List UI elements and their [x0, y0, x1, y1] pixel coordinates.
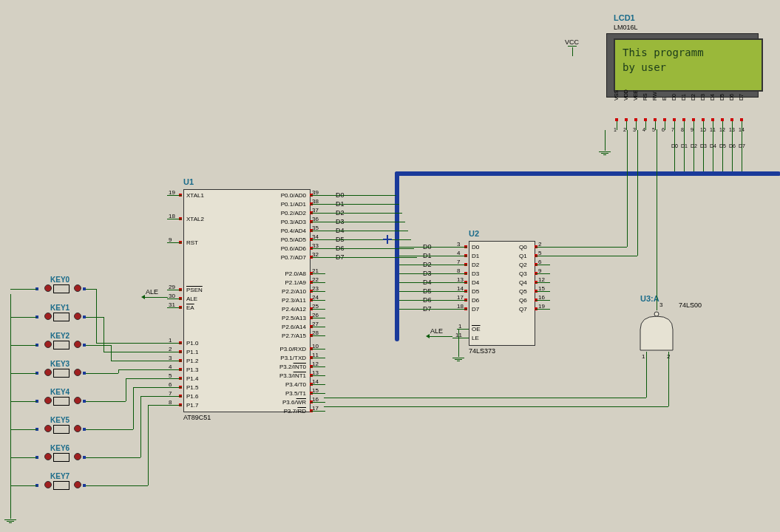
u3-body[interactable] — [636, 310, 677, 356]
u1bus-h-5 — [324, 239, 411, 240]
u1-rb-1: P3.1/TXD — [272, 355, 306, 361]
u2-rp-3: Q3 — [519, 270, 527, 277]
key-btn-4[interactable] — [53, 397, 69, 406]
kw-h2-0 — [96, 343, 167, 344]
vcc-label: VCC — [565, 38, 579, 46]
u2-rp-1: Q1 — [519, 253, 527, 259]
ale-stub-u2 — [429, 336, 452, 337]
u1-lpw-12 — [167, 396, 182, 397]
lcd-pin-D5: D5 — [719, 94, 725, 100]
u2-gnd — [452, 357, 464, 362]
lcdbus-v-7 — [742, 130, 742, 171]
u1-rtw-0 — [311, 195, 325, 196]
lcd-pinwire-2 — [636, 121, 637, 130]
u1-lpw-0 — [167, 195, 182, 196]
u2bus-h-1 — [399, 256, 452, 256]
lcd-pin-E: E — [662, 97, 667, 100]
kw-h2-2 — [111, 361, 167, 361]
lcd-pinwire-5 — [665, 121, 665, 130]
lcd-pinwire-12 — [732, 121, 733, 130]
u2-rpw-6 — [535, 300, 550, 301]
key-led2-7 — [44, 481, 52, 488]
u1-rmw-5 — [311, 318, 325, 318]
u1-rm-1: P2.1/A9 — [272, 279, 306, 286]
kw-h1-0 — [86, 289, 96, 290]
key-btn-6[interactable] — [53, 453, 69, 462]
key-led2-3 — [44, 369, 52, 376]
lcd-pin-RS: RS — [642, 93, 648, 100]
u2-rp-2: Q2 — [519, 262, 527, 268]
lcd-pin-D1: D1 — [681, 94, 686, 100]
u2-rpw-4 — [535, 282, 550, 283]
u1-lpw-11 — [167, 387, 182, 388]
u1-rm-6: P2.6/A14 — [272, 324, 306, 330]
lcd-screen: This programm by user — [614, 38, 763, 92]
lcdbus-v-3 — [703, 130, 704, 171]
key-label-2: KEY2 — [50, 332, 69, 340]
key-wl-7 — [10, 485, 37, 486]
kw-h1-2 — [86, 345, 111, 346]
key-btn-2[interactable] — [53, 341, 69, 349]
u2bus-h-6 — [399, 300, 452, 301]
q0-v — [627, 130, 628, 247]
key-led2-5 — [44, 425, 52, 432]
lcdbus-v-5 — [722, 130, 723, 171]
lcd-pinwire-8 — [693, 121, 694, 130]
u1-rt-3: P0.3/AD3 — [272, 219, 306, 225]
key-label-1: KEY1 — [50, 304, 69, 312]
u1-ref: U1 — [183, 177, 194, 186]
key-gnd-wire — [10, 294, 11, 519]
u1-rtw-2 — [311, 213, 325, 214]
u1-rb-2: P3.2/INT0 — [272, 364, 306, 370]
lcdbus-lbl-4: D4 — [710, 143, 716, 149]
u1bus-h-3 — [324, 222, 405, 222]
key-led2-1 — [44, 313, 52, 320]
u1-lpw-13 — [167, 405, 182, 406]
ale-arrow-u1 — [141, 295, 145, 299]
key-btn-3[interactable] — [53, 369, 69, 378]
u2-lpw-7 — [452, 309, 467, 310]
u1-lpw-2 — [167, 242, 182, 243]
key-btn-1[interactable] — [53, 313, 69, 321]
u1-rt-0: P0.0/AD0 — [272, 192, 306, 199]
u1-rbw-4 — [311, 384, 325, 385]
u2-oe: OE — [472, 326, 481, 332]
u1-lp-13: P1.7 — [186, 402, 198, 409]
u1-rtw-1 — [311, 204, 325, 205]
key-btn-0[interactable] — [53, 284, 69, 293]
u2-rpw-3 — [535, 273, 550, 274]
u1-rtw-7 — [311, 257, 325, 258]
kw-h1-6 — [86, 457, 140, 458]
q0-h — [549, 247, 627, 248]
q1-v — [637, 130, 638, 256]
lcdbus-v-4 — [713, 130, 713, 171]
cursor-cross-icon — [383, 235, 392, 244]
key-led2-6 — [44, 453, 52, 460]
u1-lp-10: P1.4 — [186, 375, 198, 382]
u2-lp-7: D7 — [472, 306, 479, 313]
key-label-5: KEY5 — [50, 416, 69, 424]
u1-rm-7: P2.7/A15 — [272, 332, 306, 339]
u1-rmw-4 — [311, 309, 325, 310]
lcd-ref: LCD1 — [614, 13, 635, 22]
key-btn-5[interactable] — [53, 425, 69, 434]
u1bus-h-4 — [324, 231, 408, 231]
u1-rmw-2 — [311, 291, 325, 292]
lcd-gnd — [599, 151, 611, 156]
lcd-pinwire-6 — [674, 121, 675, 130]
u2-rp-5: Q5 — [519, 288, 527, 295]
lcdbus-v-2 — [693, 130, 694, 171]
kw-v-2 — [111, 345, 112, 361]
u1-rtw-6 — [311, 248, 325, 249]
u1-rbw-2 — [311, 366, 325, 367]
key-btn-7[interactable] — [53, 481, 69, 490]
key-led-4 — [74, 397, 81, 404]
lcd-pinwire-11 — [722, 121, 723, 130]
lcd-pin-D3: D3 — [700, 94, 705, 100]
key-wl-4 — [10, 401, 37, 402]
u1-lp-9: P1.3 — [186, 366, 198, 373]
key-label-7: KEY7 — [50, 472, 69, 480]
key-label-0: KEY0 — [50, 276, 69, 284]
kw-h2-5 — [133, 387, 167, 388]
u1-lp-4: ALE — [186, 296, 197, 302]
